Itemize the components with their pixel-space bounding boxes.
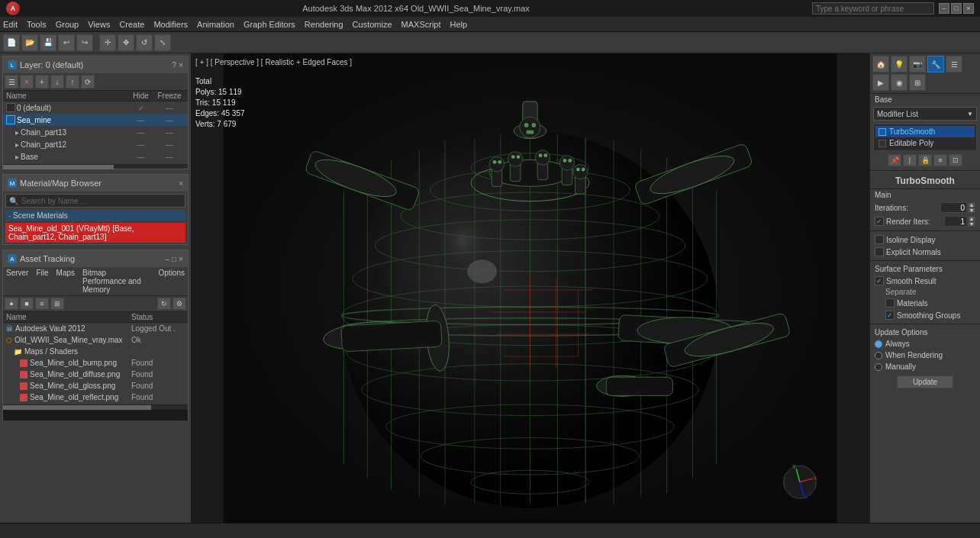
menu-group[interactable]: Group bbox=[56, 20, 79, 29]
asset-item[interactable]: Sea_Mine_old_bump.png Found bbox=[3, 357, 188, 369]
asset-item[interactable]: 📁 Maps / Shaders bbox=[3, 346, 188, 357]
layer-help-btn[interactable]: ? bbox=[172, 61, 177, 69]
window-controls[interactable]: – □ × bbox=[939, 3, 974, 14]
asset-tb-3[interactable]: ≡ bbox=[35, 298, 49, 310]
asset-scrollbar-h[interactable] bbox=[3, 404, 188, 409]
layer-item[interactable]: ▸ Base — — bbox=[3, 150, 188, 163]
ts-render-up[interactable]: ▲ bbox=[968, 216, 975, 221]
asset-settings-btn[interactable]: ⚙ bbox=[172, 298, 186, 310]
ts-iterations-input[interactable] bbox=[940, 202, 967, 213]
asset-input-row[interactable] bbox=[3, 409, 188, 420]
nav-more-btn[interactable]: ⊡ bbox=[949, 154, 962, 166]
viewport-3d[interactable]: X Y Z bbox=[191, 53, 869, 523]
asset-item[interactable]: Sea_Mine_old_diffuse.png Found bbox=[3, 369, 188, 380]
menu-rendering[interactable]: Rendering bbox=[305, 20, 343, 29]
asset-menu-file[interactable]: File bbox=[36, 269, 48, 294]
ts-when-rendering-radio[interactable] bbox=[875, 352, 882, 359]
layer-item[interactable]: ▸ Chain_part12 — — bbox=[3, 138, 188, 150]
menu-customize[interactable]: Customize bbox=[353, 20, 392, 29]
hierarchy-icon-btn[interactable]: ☰ bbox=[946, 56, 962, 72]
layer-item[interactable]: ▸ Chain_part13 — — bbox=[3, 126, 188, 138]
asset-tb-1[interactable]: ● bbox=[5, 298, 18, 310]
layer-hide-3[interactable]: — bbox=[127, 140, 154, 149]
ts-render-iters-input[interactable] bbox=[944, 216, 967, 227]
search-input[interactable] bbox=[812, 2, 934, 14]
layer-scrollbar[interactable] bbox=[3, 164, 188, 169]
material-item[interactable]: Sea_Mine_old_001 (VRayMtl) [Base, Chain_… bbox=[5, 223, 185, 243]
material-search[interactable]: 🔍 Search by Name ... bbox=[5, 194, 185, 208]
new-btn[interactable]: 📄 bbox=[3, 34, 20, 51]
nav-pin-btn[interactable]: 📌 bbox=[888, 154, 901, 166]
asset-menu-server[interactable]: Server bbox=[6, 269, 28, 294]
utility-icon-btn[interactable]: ⊞ bbox=[909, 74, 926, 91]
save-btn[interactable]: 💾 bbox=[40, 34, 56, 51]
menu-edit[interactable]: Edit bbox=[3, 20, 18, 29]
asset-restore-btn[interactable]: □ bbox=[172, 255, 176, 263]
layer-item[interactable]: Sea_mine — — bbox=[3, 114, 188, 126]
ts-materials-check[interactable] bbox=[885, 298, 895, 308]
menu-help[interactable]: Help bbox=[450, 20, 468, 29]
rotate-btn[interactable]: ↺ bbox=[136, 34, 153, 51]
move-btn[interactable]: ✥ bbox=[118, 34, 134, 51]
asset-menu-bitmap[interactable]: Bitmap Performance and Memory bbox=[82, 269, 151, 294]
menu-create[interactable]: Create bbox=[119, 20, 144, 29]
ts-always-radio[interactable] bbox=[875, 340, 882, 348]
layer-hide-4[interactable]: — bbox=[127, 153, 154, 161]
layer-move-down-btn[interactable]: ↓ bbox=[50, 75, 64, 89]
layer-item[interactable]: 0 (default) ✓ — bbox=[3, 101, 188, 114]
menu-modifiers[interactable]: Modifiers bbox=[153, 20, 188, 29]
nav-lock-btn[interactable]: 🔒 bbox=[918, 154, 932, 166]
asset-item[interactable]: ⬡ Old_WWII_Sea_Mine_vray.max Ok bbox=[3, 334, 188, 346]
select-btn[interactable]: ✛ bbox=[99, 34, 116, 51]
asset-item[interactable]: 🏛 Autodesk Vault 2012 Logged Out . bbox=[3, 323, 188, 334]
redo-btn[interactable]: ↪ bbox=[76, 34, 93, 51]
ts-smoothing-groups-check[interactable] bbox=[885, 311, 895, 320]
asset-tb-2[interactable]: ■ bbox=[20, 298, 34, 310]
asset-item[interactable]: Sea_Mine_old_gloss.png Found bbox=[3, 380, 188, 391]
menu-tools[interactable]: Tools bbox=[27, 20, 47, 29]
asset-close-btn[interactable]: × bbox=[179, 255, 183, 263]
layer-close-btn[interactable]: × bbox=[179, 61, 183, 69]
layer-hide-0[interactable]: ✓ bbox=[127, 104, 154, 112]
camera-icon-btn[interactable]: 📷 bbox=[909, 56, 926, 72]
asset-menu-maps[interactable]: Maps bbox=[56, 269, 75, 294]
layer-refresh-btn[interactable]: ⟳ bbox=[81, 75, 95, 89]
layer-check-0[interactable] bbox=[6, 103, 15, 112]
layer-scrollbar-thumb[interactable] bbox=[3, 165, 114, 169]
menu-views[interactable]: Views bbox=[88, 20, 110, 29]
menu-graph-editors[interactable]: Graph Editors bbox=[243, 20, 295, 29]
asset-minimize-btn[interactable]: – bbox=[166, 255, 170, 263]
ts-explicit-check[interactable] bbox=[875, 247, 884, 256]
close-btn[interactable]: × bbox=[963, 3, 974, 14]
layer-move-up-btn[interactable]: ↑ bbox=[66, 75, 79, 89]
ts-manually-radio[interactable] bbox=[875, 363, 882, 371]
layer-add-btn[interactable]: + bbox=[35, 75, 49, 89]
open-btn[interactable]: 📂 bbox=[21, 34, 38, 51]
layer-freeze-1[interactable]: — bbox=[154, 116, 185, 124]
modifier-icon-btn[interactable]: 🔧 bbox=[927, 56, 944, 72]
asset-path-input[interactable] bbox=[3, 410, 188, 420]
layer-freeze-4[interactable]: — bbox=[154, 153, 185, 161]
layer-freeze-3[interactable]: — bbox=[154, 140, 185, 149]
modifier-editablepoly[interactable]: Editable Poly bbox=[875, 137, 975, 149]
asset-tb-4[interactable]: ⊞ bbox=[50, 298, 64, 310]
restore-btn[interactable]: □ bbox=[951, 3, 962, 14]
ts-iterations-spinner[interactable]: ▲ ▼ bbox=[968, 202, 975, 213]
asset-menu-options[interactable]: Options bbox=[159, 269, 185, 294]
modifier-turbosmooth[interactable]: TurboSmooth bbox=[875, 126, 975, 137]
viewport[interactable]: Total Polys: 15 119 Tris: 15 119 Edges: … bbox=[191, 53, 869, 523]
menu-maxscript[interactable]: MAXScript bbox=[401, 20, 441, 29]
layer-freeze-0[interactable]: — bbox=[154, 104, 185, 112]
layer-hide-1[interactable]: — bbox=[127, 116, 154, 124]
minimize-btn[interactable]: – bbox=[939, 3, 949, 14]
layer-freeze-2[interactable]: — bbox=[154, 128, 185, 137]
ts-render-iters-check[interactable] bbox=[875, 217, 884, 226]
menu-animation[interactable]: Animation bbox=[197, 20, 234, 29]
asset-panel-controls[interactable]: – □ × bbox=[166, 255, 183, 263]
nav-list-btn[interactable]: ≡ bbox=[933, 154, 947, 166]
scale-btn[interactable]: ⤡ bbox=[154, 34, 171, 51]
ts-iter-up[interactable]: ▲ bbox=[968, 202, 975, 208]
layer-panel-controls[interactable]: ? × bbox=[172, 61, 183, 69]
modifier-list-dropdown[interactable]: Modifier List bbox=[873, 107, 977, 121]
ts-update-button[interactable]: Update bbox=[897, 375, 953, 388]
